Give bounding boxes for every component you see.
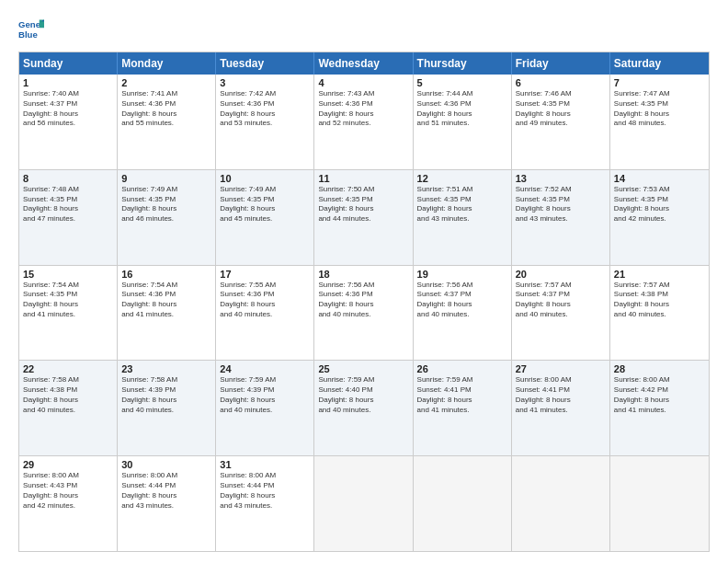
calendar-row-1: 1Sunrise: 7:40 AMSunset: 4:37 PMDaylight…	[19, 75, 709, 169]
day-cell-27: 27Sunrise: 8:00 AMSunset: 4:41 PMDayligh…	[512, 361, 610, 455]
day-info: Sunrise: 7:41 AMSunset: 4:36 PMDaylight:…	[121, 89, 211, 129]
day-info: Sunrise: 7:50 AMSunset: 4:35 PMDaylight:…	[318, 185, 408, 224]
day-number: 16	[121, 269, 211, 280]
calendar-row-5: 29Sunrise: 8:00 AMSunset: 4:43 PMDayligh…	[19, 455, 709, 551]
day-cell-28: 28Sunrise: 8:00 AMSunset: 4:42 PMDayligh…	[610, 361, 709, 455]
day-number: 14	[614, 173, 705, 184]
day-cell-22: 22Sunrise: 7:58 AMSunset: 4:38 PMDayligh…	[19, 361, 118, 455]
day-cell-1: 1Sunrise: 7:40 AMSunset: 4:37 PMDaylight…	[19, 75, 118, 169]
day-info: Sunrise: 7:54 AMSunset: 4:36 PMDaylight:…	[121, 281, 211, 320]
day-info: Sunrise: 7:42 AMSunset: 4:36 PMDaylight:…	[220, 89, 310, 129]
day-info: Sunrise: 8:00 AMSunset: 4:42 PMDaylight:…	[614, 375, 705, 415]
day-info: Sunrise: 7:44 AMSunset: 4:36 PMDaylight:…	[417, 89, 507, 129]
day-cell-26: 26Sunrise: 7:59 AMSunset: 4:41 PMDayligh…	[414, 361, 512, 455]
day-cell-10: 10Sunrise: 7:49 AMSunset: 4:35 PMDayligh…	[216, 170, 314, 265]
day-cell-13: 13Sunrise: 7:52 AMSunset: 4:35 PMDayligh…	[512, 170, 610, 265]
day-cell-30: 30Sunrise: 8:00 AMSunset: 4:44 PMDayligh…	[118, 456, 216, 551]
day-number: 15	[23, 269, 113, 280]
day-number: 3	[220, 77, 310, 88]
day-cell-17: 17Sunrise: 7:55 AMSunset: 4:36 PMDayligh…	[216, 266, 314, 361]
day-number: 30	[121, 459, 211, 470]
day-cell-24: 24Sunrise: 7:59 AMSunset: 4:39 PMDayligh…	[216, 361, 314, 455]
day-number: 25	[318, 363, 408, 374]
day-cell-2: 2Sunrise: 7:41 AMSunset: 4:36 PMDaylight…	[118, 75, 216, 169]
calendar-body: 1Sunrise: 7:40 AMSunset: 4:37 PMDaylight…	[19, 75, 709, 551]
day-cell-19: 19Sunrise: 7:56 AMSunset: 4:37 PMDayligh…	[414, 266, 512, 361]
day-info: Sunrise: 7:58 AMSunset: 4:38 PMDaylight:…	[23, 375, 113, 415]
day-number: 11	[318, 173, 408, 184]
header: General Blue	[18, 17, 710, 42]
day-info: Sunrise: 8:00 AMSunset: 4:44 PMDaylight:…	[220, 471, 310, 511]
day-cell-4: 4Sunrise: 7:43 AMSunset: 4:36 PMDaylight…	[314, 75, 413, 169]
day-info: Sunrise: 7:40 AMSunset: 4:37 PMDaylight:…	[23, 89, 113, 129]
day-number: 9	[121, 173, 211, 184]
day-info: Sunrise: 7:54 AMSunset: 4:35 PMDaylight:…	[23, 281, 113, 320]
day-cell-15: 15Sunrise: 7:54 AMSunset: 4:35 PMDayligh…	[19, 266, 118, 361]
day-info: Sunrise: 7:53 AMSunset: 4:35 PMDaylight:…	[614, 185, 705, 224]
day-cell-9: 9Sunrise: 7:49 AMSunset: 4:35 PMDaylight…	[118, 170, 216, 265]
logo-icon: General Blue	[18, 17, 44, 42]
day-cell-6: 6Sunrise: 7:46 AMSunset: 4:35 PMDaylight…	[512, 75, 610, 169]
day-cell-20: 20Sunrise: 7:57 AMSunset: 4:37 PMDayligh…	[512, 266, 610, 361]
day-cell-18: 18Sunrise: 7:56 AMSunset: 4:36 PMDayligh…	[314, 266, 413, 361]
day-info: Sunrise: 7:47 AMSunset: 4:35 PMDaylight:…	[614, 89, 705, 129]
day-cell-21: 21Sunrise: 7:57 AMSunset: 4:38 PMDayligh…	[610, 266, 709, 361]
day-cell-16: 16Sunrise: 7:54 AMSunset: 4:36 PMDayligh…	[118, 266, 216, 361]
day-number: 22	[23, 363, 113, 374]
day-cell-14: 14Sunrise: 7:53 AMSunset: 4:35 PMDayligh…	[610, 170, 709, 265]
day-info: Sunrise: 7:46 AMSunset: 4:35 PMDaylight:…	[516, 89, 606, 129]
day-number: 27	[516, 363, 606, 374]
day-info: Sunrise: 7:59 AMSunset: 4:41 PMDaylight:…	[417, 375, 507, 415]
day-cell-31: 31Sunrise: 8:00 AMSunset: 4:44 PMDayligh…	[216, 456, 314, 551]
day-number: 12	[417, 173, 507, 184]
day-cell-3: 3Sunrise: 7:42 AMSunset: 4:36 PMDaylight…	[216, 75, 314, 169]
day-info: Sunrise: 7:59 AMSunset: 4:40 PMDaylight:…	[318, 375, 408, 415]
day-cell-23: 23Sunrise: 7:58 AMSunset: 4:39 PMDayligh…	[118, 361, 216, 455]
svg-text:Blue: Blue	[18, 29, 38, 40]
day-info: Sunrise: 7:52 AMSunset: 4:35 PMDaylight:…	[516, 185, 606, 224]
weekday-header-tuesday: Tuesday	[216, 52, 314, 75]
day-number: 26	[417, 363, 507, 374]
day-info: Sunrise: 8:00 AMSunset: 4:41 PMDaylight:…	[516, 375, 606, 415]
day-number: 8	[23, 173, 113, 184]
calendar-header-row: SundayMondayTuesdayWednesdayThursdayFrid…	[19, 52, 709, 75]
day-info: Sunrise: 8:00 AMSunset: 4:43 PMDaylight:…	[23, 471, 113, 511]
empty-cell	[512, 456, 610, 551]
day-number: 24	[220, 363, 310, 374]
day-cell-8: 8Sunrise: 7:48 AMSunset: 4:35 PMDaylight…	[19, 170, 118, 265]
day-cell-5: 5Sunrise: 7:44 AMSunset: 4:36 PMDaylight…	[414, 75, 512, 169]
day-cell-11: 11Sunrise: 7:50 AMSunset: 4:35 PMDayligh…	[314, 170, 413, 265]
day-number: 28	[614, 363, 705, 374]
calendar-row-2: 8Sunrise: 7:48 AMSunset: 4:35 PMDaylight…	[19, 169, 709, 265]
weekday-header-friday: Friday	[512, 52, 610, 75]
calendar: SundayMondayTuesdayWednesdayThursdayFrid…	[18, 52, 710, 552]
day-number: 13	[516, 173, 606, 184]
day-info: Sunrise: 7:58 AMSunset: 4:39 PMDaylight:…	[121, 375, 211, 415]
day-number: 19	[417, 269, 507, 280]
day-number: 5	[417, 77, 507, 88]
weekday-header-sunday: Sunday	[19, 52, 118, 75]
day-info: Sunrise: 7:51 AMSunset: 4:35 PMDaylight:…	[417, 185, 507, 224]
day-info: Sunrise: 7:56 AMSunset: 4:36 PMDaylight:…	[318, 281, 408, 320]
day-number: 20	[516, 269, 606, 280]
day-cell-12: 12Sunrise: 7:51 AMSunset: 4:35 PMDayligh…	[414, 170, 512, 265]
day-number: 10	[220, 173, 310, 184]
day-info: Sunrise: 7:56 AMSunset: 4:37 PMDaylight:…	[417, 281, 507, 320]
day-number: 31	[220, 459, 310, 470]
day-number: 6	[516, 77, 606, 88]
weekday-header-wednesday: Wednesday	[314, 52, 413, 75]
day-info: Sunrise: 7:57 AMSunset: 4:37 PMDaylight:…	[516, 281, 606, 320]
day-info: Sunrise: 7:55 AMSunset: 4:36 PMDaylight:…	[220, 281, 310, 320]
day-number: 7	[614, 77, 705, 88]
day-info: Sunrise: 7:43 AMSunset: 4:36 PMDaylight:…	[318, 89, 408, 129]
empty-cell	[414, 456, 512, 551]
day-number: 18	[318, 269, 408, 280]
page: General Blue SundayMondayTuesdayWednesda…	[0, 0, 728, 563]
day-number: 2	[121, 77, 211, 88]
day-number: 1	[23, 77, 113, 88]
day-number: 17	[220, 269, 310, 280]
day-info: Sunrise: 7:59 AMSunset: 4:39 PMDaylight:…	[220, 375, 310, 415]
calendar-row-3: 15Sunrise: 7:54 AMSunset: 4:35 PMDayligh…	[19, 265, 709, 361]
day-info: Sunrise: 8:00 AMSunset: 4:44 PMDaylight:…	[121, 471, 211, 511]
day-cell-25: 25Sunrise: 7:59 AMSunset: 4:40 PMDayligh…	[314, 361, 413, 455]
